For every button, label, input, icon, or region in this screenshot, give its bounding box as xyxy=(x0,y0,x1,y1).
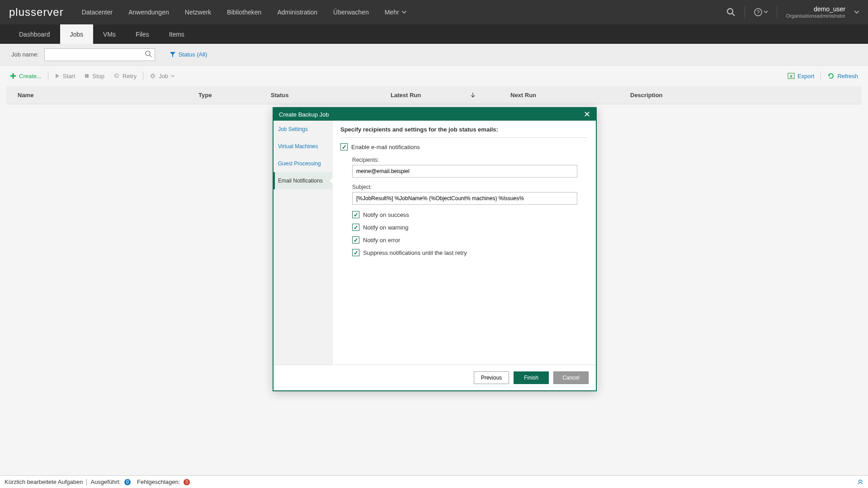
status-filter[interactable]: Status (All) xyxy=(170,51,208,58)
nav-administration[interactable]: Administration xyxy=(277,9,317,16)
tab-jobs[interactable]: Jobs xyxy=(60,24,94,44)
svg-rect-6 xyxy=(85,74,89,78)
export-label: Export xyxy=(797,73,815,80)
job-label: Job xyxy=(159,73,168,80)
suppress-label: Suppress notifications until the last re… xyxy=(363,249,467,256)
modal-main: Specify recipients and settings for the … xyxy=(332,121,596,365)
retry-button[interactable]: Retry xyxy=(109,70,141,82)
help-icon[interactable]: ? xyxy=(754,8,768,16)
col-next[interactable]: Next Run xyxy=(510,92,630,99)
notify-warning-checkbox[interactable] xyxy=(352,224,359,231)
nav-datacenter[interactable]: Datacenter xyxy=(82,9,113,16)
svg-text:?: ? xyxy=(756,9,759,15)
refresh-icon xyxy=(827,72,835,80)
col-type[interactable]: Type xyxy=(198,92,271,99)
jobname-label: Job name: xyxy=(11,51,39,58)
notify-warning-row[interactable]: Notify on warning xyxy=(352,224,588,231)
separator xyxy=(143,72,143,80)
footer-bar: Kürzlich bearbeitete Aufgaben Ausgeführt… xyxy=(0,475,868,488)
chevron-down-icon xyxy=(402,11,406,14)
col-status[interactable]: Status xyxy=(271,92,391,99)
retry-label: Retry xyxy=(123,73,137,80)
stop-label: Stop xyxy=(92,73,104,80)
footer-fail-badge: 0 xyxy=(184,479,190,485)
expand-up-icon[interactable] xyxy=(857,479,863,485)
tab-dashboard[interactable]: Dashboard xyxy=(9,24,60,44)
user-menu[interactable]: demo_user Organisationsadministrator xyxy=(786,5,845,19)
filter-row: Job name: Status (All) xyxy=(0,44,868,66)
topnav-items: Datacenter Anwendungen Netzwerk Biblioth… xyxy=(82,9,726,16)
wizstep-virtual-machines[interactable]: Virtual Machines xyxy=(274,138,332,155)
tab-files[interactable]: Files xyxy=(126,24,159,44)
nav-mehr[interactable]: Mehr xyxy=(385,9,406,16)
create-label: Create... xyxy=(19,73,42,80)
notify-success-checkbox[interactable] xyxy=(352,211,359,218)
nav-bibliotheken[interactable]: Bibliotheken xyxy=(227,9,261,16)
suppress-checkbox[interactable] xyxy=(352,249,359,256)
close-icon[interactable]: ✕ xyxy=(584,110,590,118)
plus-icon xyxy=(10,73,16,79)
separator xyxy=(821,72,821,80)
suppress-row[interactable]: Suppress notifications until the last re… xyxy=(352,249,588,256)
start-label: Start xyxy=(63,73,75,80)
tab-items[interactable]: Items xyxy=(159,24,194,44)
status-filter-label: Status (All) xyxy=(179,51,208,58)
svg-point-7 xyxy=(151,75,154,77)
enable-email-row[interactable]: Enable e-mail notifications xyxy=(340,143,588,150)
filter-icon xyxy=(170,52,176,58)
job-menu-button[interactable]: Job xyxy=(145,70,179,82)
nav-anwendungen[interactable]: Anwendungen xyxy=(128,9,169,16)
play-icon xyxy=(55,73,60,79)
modal-heading: Specify recipients and settings for the … xyxy=(340,126,588,138)
cancel-button[interactable]: Cancel xyxy=(553,371,589,384)
jobname-input[interactable] xyxy=(44,48,155,61)
top-nav: plusserver Datacenter Anwendungen Netzwe… xyxy=(0,0,868,24)
svg-line-5 xyxy=(150,55,151,57)
finish-button[interactable]: Finish xyxy=(514,371,549,384)
notify-success-label: Notify on success xyxy=(363,211,409,218)
user-name: demo_user xyxy=(786,5,845,13)
enable-email-checkbox[interactable] xyxy=(340,143,348,150)
create-button[interactable]: Create... xyxy=(5,70,46,82)
previous-button[interactable]: Previous xyxy=(474,371,509,384)
search-icon[interactable] xyxy=(726,8,736,17)
table-header: Name Type Status Latest Run Next Run Des… xyxy=(6,86,862,104)
gear-icon xyxy=(150,73,156,79)
notify-error-checkbox[interactable] xyxy=(352,236,359,244)
notify-success-row[interactable]: Notify on success xyxy=(352,211,588,218)
search-icon[interactable] xyxy=(145,51,152,58)
modal-title: Create Backup Job xyxy=(279,111,329,118)
divider xyxy=(777,6,777,19)
sub-nav: Dashboard Jobs VMs Files Items xyxy=(0,24,868,44)
footer-recent[interactable]: Kürzlich bearbeitete Aufgaben xyxy=(5,479,83,485)
notify-error-row[interactable]: Notify on error xyxy=(352,236,588,244)
modal-sidebar: Job Settings Virtual Machines Guest Proc… xyxy=(274,121,332,365)
svg-line-1 xyxy=(732,14,735,16)
nav-netzwerk[interactable]: Netzwerk xyxy=(185,9,211,16)
tab-vms[interactable]: VMs xyxy=(93,24,126,44)
wizstep-job-settings[interactable]: Job Settings xyxy=(274,121,332,138)
refresh-button[interactable]: Refresh xyxy=(823,70,863,82)
recipients-input[interactable] xyxy=(352,165,577,178)
col-desc[interactable]: Description xyxy=(630,92,850,99)
topnav-right: ? demo_user Organisationsadministrator xyxy=(726,5,859,19)
nav-ueberwachen[interactable]: Überwachen xyxy=(333,9,369,16)
user-role: Organisationsadministrator xyxy=(786,13,845,19)
chevron-down-icon xyxy=(171,75,175,77)
stop-button[interactable]: Stop xyxy=(80,70,109,82)
enable-email-label: Enable e-mail notifications xyxy=(351,144,420,150)
subject-input[interactable] xyxy=(352,192,577,205)
footer-fail-label: Fehlgeschlagen: xyxy=(137,479,180,485)
col-name[interactable]: Name xyxy=(18,92,198,99)
start-button[interactable]: Start xyxy=(50,70,80,82)
wizstep-guest-processing[interactable]: Guest Processing xyxy=(274,155,332,172)
retry-icon xyxy=(113,73,120,79)
svg-point-4 xyxy=(146,51,150,56)
col-latest[interactable]: Latest Run xyxy=(391,92,510,99)
create-backup-job-modal: Create Backup Job ✕ Job Settings Virtual… xyxy=(273,107,597,391)
separator xyxy=(48,72,48,80)
brand-logo: plusserver xyxy=(9,6,64,19)
chevron-down-icon xyxy=(854,11,859,14)
wizstep-email-notifications[interactable]: Email Notifications xyxy=(274,172,332,189)
export-button[interactable]: X Export xyxy=(783,70,819,82)
